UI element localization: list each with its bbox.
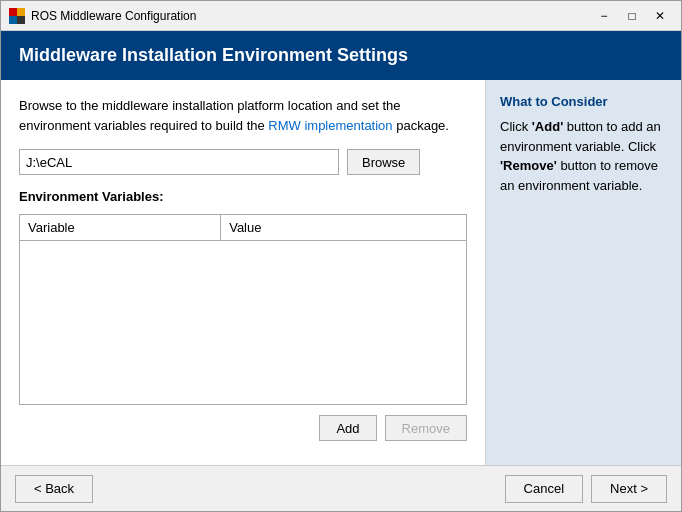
env-vars-label: Environment Variables:: [19, 189, 467, 204]
next-button[interactable]: Next >: [591, 475, 667, 503]
description-part2: package.: [393, 118, 449, 133]
minimize-button[interactable]: −: [591, 6, 617, 26]
what-to-consider-text: Click 'Add' button to add an environment…: [500, 117, 667, 195]
page-title: Middleware Installation Environment Sett…: [19, 45, 663, 66]
close-button[interactable]: ✕: [647, 6, 673, 26]
table-actions: Add Remove: [19, 415, 467, 441]
footer-left: < Back: [15, 475, 93, 503]
maximize-button[interactable]: □: [619, 6, 645, 26]
app-icon: [9, 8, 25, 24]
add-button[interactable]: Add: [319, 415, 376, 441]
footer-right: Cancel Next >: [505, 475, 667, 503]
column-header-value: Value: [221, 215, 466, 241]
env-vars-table: Variable Value: [20, 215, 466, 241]
column-header-variable: Variable: [20, 215, 221, 241]
main-content: Browse to the middleware installation pl…: [1, 80, 681, 465]
svg-rect-4: [17, 16, 25, 24]
svg-rect-1: [9, 8, 17, 16]
rmw-link: RMW implementation: [268, 118, 392, 133]
svg-rect-3: [9, 16, 17, 24]
env-table-container: Variable Value: [19, 214, 467, 405]
back-button[interactable]: < Back: [15, 475, 93, 503]
footer: < Back Cancel Next >: [1, 465, 681, 511]
svg-rect-2: [17, 8, 25, 16]
browse-button[interactable]: Browse: [347, 149, 420, 175]
what-to-consider-title: What to Consider: [500, 94, 667, 109]
right-panel: What to Consider Click 'Add' button to a…: [486, 80, 681, 465]
title-bar: ROS Middleware Configuration − □ ✕: [1, 1, 681, 31]
remove-button[interactable]: Remove: [385, 415, 467, 441]
cancel-button[interactable]: Cancel: [505, 475, 583, 503]
dialog-header: Middleware Installation Environment Sett…: [1, 31, 681, 80]
path-input[interactable]: [19, 149, 339, 175]
table-header-row: Variable Value: [20, 215, 466, 241]
path-row: Browse: [19, 149, 467, 175]
description-text: Browse to the middleware installation pl…: [19, 96, 467, 135]
title-bar-controls: − □ ✕: [591, 6, 673, 26]
title-bar-text: ROS Middleware Configuration: [31, 9, 591, 23]
left-panel: Browse to the middleware installation pl…: [1, 80, 486, 465]
